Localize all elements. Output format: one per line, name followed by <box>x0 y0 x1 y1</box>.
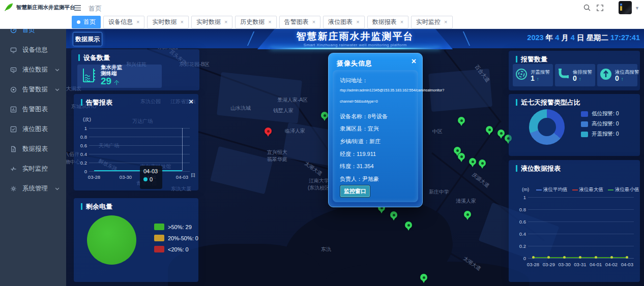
device-stat-card[interactable]: 集水井监 测终端 29 个 <box>77 65 162 88</box>
pipe-icon <box>557 68 570 83</box>
tab-6[interactable]: 告警图表× <box>279 16 320 28</box>
alarm-stat-card[interactable]: 偷排报警0 ↑ <box>555 64 595 86</box>
breadcrumb[interactable]: 首页 <box>89 4 102 13</box>
level-chart-icon <box>10 126 17 133</box>
map-pin-green[interactable] <box>464 211 471 218</box>
tab-close-icon[interactable]: × <box>444 19 447 25</box>
sidebar-item-5[interactable]: 告警图表 <box>0 100 66 119</box>
y-axis-unit: (次) <box>83 116 91 123</box>
legend-label: 液位最大值 <box>579 186 604 193</box>
pin-hole <box>500 132 503 135</box>
up-arrow-icon: ↑ <box>579 76 581 82</box>
battery-pie-chart[interactable] <box>87 215 136 265</box>
search-icon[interactable] <box>583 4 591 14</box>
sidebar-item-label: 设备信息 <box>22 46 48 54</box>
pin-hole <box>460 155 463 158</box>
legend-swatch <box>154 235 164 241</box>
tab-1[interactable]: 首页 <box>72 16 101 28</box>
y-tick-label: 0.2 <box>511 243 526 249</box>
tab-4[interactable]: 实时数据× <box>191 16 232 28</box>
modal-field: 经度：119.911 <box>340 150 376 158</box>
map-place-label: 临泽人家 <box>285 128 305 135</box>
page-title: 智慧新庄雨水井监测平台 <box>257 30 453 43</box>
map-pin-green[interactable] <box>497 130 505 137</box>
map-place-label: 山水氿城 <box>230 105 251 112</box>
user-avatar[interactable] <box>619 1 632 14</box>
sidebar-item-2[interactable]: 设备信息 <box>0 40 66 60</box>
grid-line <box>89 171 190 172</box>
tab-8[interactable]: 数据报表× <box>367 16 408 28</box>
panel-battery: 剩余电量 >50%: 2920%-50%: 0<20%: 0 <box>74 198 198 282</box>
fullscreen-icon[interactable] <box>596 4 604 14</box>
data-display-button[interactable]: 数据展示 <box>73 32 102 46</box>
grid-line <box>528 209 634 210</box>
tab-9[interactable]: 实时监控× <box>411 16 452 28</box>
sidebar-item-label: 数据报表 <box>22 145 48 153</box>
alarm-chart-icon <box>10 106 17 113</box>
chart-crosshair <box>182 128 183 171</box>
map-pin-green[interactable] <box>486 126 493 133</box>
user-menu-caret-icon[interactable]: ▼ <box>635 6 639 11</box>
alarm-stat-card[interactable]: 开盖报警1 ↑ <box>513 64 553 86</box>
map-pin-green[interactable] <box>420 274 427 281</box>
sidebar-item-label: 实时监控 <box>22 165 48 173</box>
sidebar-item-label: 系统管理 <box>22 184 48 193</box>
map-pin-red[interactable] <box>265 128 272 135</box>
tab-close-icon[interactable]: × <box>224 19 227 25</box>
map-pin-green[interactable] <box>458 153 465 160</box>
sidebar-item-6[interactable]: 液位图表 <box>0 119 66 139</box>
sidebar-item-4[interactable]: 告警数据 <box>0 80 66 100</box>
tab-5[interactable]: 历史数据× <box>235 16 276 28</box>
tab-close-icon[interactable]: × <box>400 19 403 25</box>
pin-hole <box>423 276 425 279</box>
map-pin-green[interactable] <box>469 158 476 165</box>
tab-2[interactable]: 设备信息× <box>103 16 144 28</box>
legend-swatch <box>581 111 588 117</box>
modal-title: 摄像头信息 <box>337 59 372 68</box>
legend-line-swatch <box>536 189 542 190</box>
tab-close-icon[interactable]: × <box>180 19 183 25</box>
modal-field: 设备名称：8号设备 <box>340 113 388 120</box>
pin-hole <box>460 119 463 122</box>
y-tick-label: 0.6 <box>74 143 87 148</box>
app-title: 智慧新庄雨水井监测平台 <box>16 4 75 11</box>
monitor-window-button[interactable]: 监控窗口 <box>340 185 370 198</box>
map-pin-green[interactable] <box>321 112 328 119</box>
map-pin-green[interactable] <box>390 211 397 218</box>
grid-line <box>89 145 190 146</box>
sidebar-item-3[interactable]: 液位数据 <box>0 60 66 80</box>
sidebar-item-7[interactable]: 数据报表 <box>0 139 66 159</box>
tab-close-icon[interactable]: × <box>356 19 359 25</box>
tab-3[interactable]: 实时数据× <box>147 16 188 28</box>
app-screen: 紫竹苑小区东郊花园东郊花园-B区和兴佳苑莒头东路大润发东城SOHO东氿公园江苏省… <box>0 0 644 286</box>
modal-field: 隶属区县：宜兴 <box>340 125 379 133</box>
legend-item: 液位最大值 <box>572 186 604 193</box>
legend-item: 20%-50%: 0 <box>154 235 198 241</box>
map-place-label: 清溪人家 <box>456 198 476 205</box>
tab-close-icon[interactable]: × <box>312 19 315 25</box>
pin-hole <box>488 129 491 131</box>
grid-line <box>528 246 634 246</box>
panel-title: 液位数据报表 <box>516 165 561 172</box>
map-pin-green[interactable] <box>458 117 465 124</box>
sidebar-fold-icon[interactable] <box>74 4 81 13</box>
up-arrow-icon: ↑ <box>537 76 539 82</box>
tab-close-icon[interactable]: × <box>136 19 139 25</box>
close-icon[interactable]: × <box>189 98 193 105</box>
sidebar-item-8[interactable]: 实时监控 <box>0 159 66 179</box>
tab-7[interactable]: 液位图表× <box>323 16 364 28</box>
alarm-stat-card[interactable]: 液位高报警0 ↑ <box>597 64 637 86</box>
datetime-display: 2023 年 4 月 4 日 星期二 17:27:41 <box>527 33 640 43</box>
map-pin-green[interactable] <box>479 160 486 167</box>
alarm-stat-value: 0 ↑ <box>615 75 639 82</box>
sidebar-item-9[interactable]: 系统管理 <box>0 179 66 199</box>
panel-title: 设备数量 <box>78 54 110 61</box>
close-icon[interactable]: × <box>412 57 416 66</box>
map-pin-green[interactable] <box>405 221 412 229</box>
tab-close-icon[interactable]: × <box>268 19 271 25</box>
grid-line <box>89 163 190 163</box>
legend-swatch <box>581 121 588 127</box>
pin-hole <box>481 162 484 165</box>
panel-device-count: 设备数量 集水井监 测终端 29 个 <box>71 49 199 90</box>
device-stat-label: 集水井监 <box>101 65 122 71</box>
